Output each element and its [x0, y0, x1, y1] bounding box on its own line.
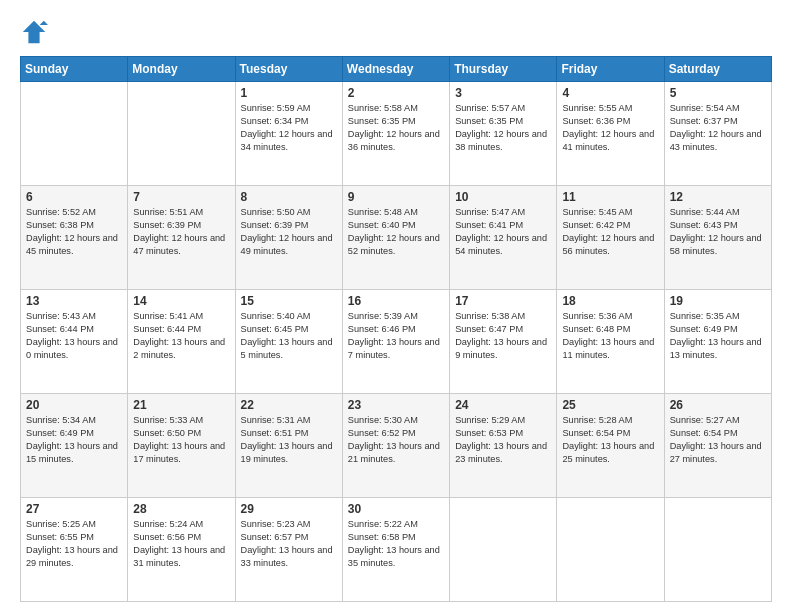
day-number: 7 — [133, 190, 229, 204]
day-info: Sunrise: 5:38 AM Sunset: 6:47 PM Dayligh… — [455, 310, 551, 362]
day-info: Sunrise: 5:43 AM Sunset: 6:44 PM Dayligh… — [26, 310, 122, 362]
day-info: Sunrise: 5:40 AM Sunset: 6:45 PM Dayligh… — [241, 310, 337, 362]
day-info: Sunrise: 5:50 AM Sunset: 6:39 PM Dayligh… — [241, 206, 337, 258]
day-number: 22 — [241, 398, 337, 412]
day-number: 15 — [241, 294, 337, 308]
day-number: 10 — [455, 190, 551, 204]
calendar-cell: 5Sunrise: 5:54 AM Sunset: 6:37 PM Daylig… — [664, 82, 771, 186]
calendar-header-row: SundayMondayTuesdayWednesdayThursdayFrid… — [21, 57, 772, 82]
day-info: Sunrise: 5:24 AM Sunset: 6:56 PM Dayligh… — [133, 518, 229, 570]
day-number: 4 — [562, 86, 658, 100]
calendar-cell: 15Sunrise: 5:40 AM Sunset: 6:45 PM Dayli… — [235, 290, 342, 394]
calendar-cell: 2Sunrise: 5:58 AM Sunset: 6:35 PM Daylig… — [342, 82, 449, 186]
day-info: Sunrise: 5:44 AM Sunset: 6:43 PM Dayligh… — [670, 206, 766, 258]
day-info: Sunrise: 5:52 AM Sunset: 6:38 PM Dayligh… — [26, 206, 122, 258]
day-info: Sunrise: 5:29 AM Sunset: 6:53 PM Dayligh… — [455, 414, 551, 466]
day-info: Sunrise: 5:54 AM Sunset: 6:37 PM Dayligh… — [670, 102, 766, 154]
calendar-cell: 28Sunrise: 5:24 AM Sunset: 6:56 PM Dayli… — [128, 498, 235, 602]
day-number: 19 — [670, 294, 766, 308]
day-info: Sunrise: 5:35 AM Sunset: 6:49 PM Dayligh… — [670, 310, 766, 362]
day-info: Sunrise: 5:22 AM Sunset: 6:58 PM Dayligh… — [348, 518, 444, 570]
day-header-sunday: Sunday — [21, 57, 128, 82]
calendar-cell — [450, 498, 557, 602]
calendar-cell: 4Sunrise: 5:55 AM Sunset: 6:36 PM Daylig… — [557, 82, 664, 186]
calendar-cell: 13Sunrise: 5:43 AM Sunset: 6:44 PM Dayli… — [21, 290, 128, 394]
calendar-cell: 17Sunrise: 5:38 AM Sunset: 6:47 PM Dayli… — [450, 290, 557, 394]
calendar-cell: 21Sunrise: 5:33 AM Sunset: 6:50 PM Dayli… — [128, 394, 235, 498]
day-info: Sunrise: 5:51 AM Sunset: 6:39 PM Dayligh… — [133, 206, 229, 258]
calendar-cell: 7Sunrise: 5:51 AM Sunset: 6:39 PM Daylig… — [128, 186, 235, 290]
day-number: 6 — [26, 190, 122, 204]
calendar-cell — [128, 82, 235, 186]
day-number: 2 — [348, 86, 444, 100]
day-info: Sunrise: 5:41 AM Sunset: 6:44 PM Dayligh… — [133, 310, 229, 362]
day-number: 30 — [348, 502, 444, 516]
day-info: Sunrise: 5:34 AM Sunset: 6:49 PM Dayligh… — [26, 414, 122, 466]
calendar-cell: 19Sunrise: 5:35 AM Sunset: 6:49 PM Dayli… — [664, 290, 771, 394]
day-number: 3 — [455, 86, 551, 100]
day-header-monday: Monday — [128, 57, 235, 82]
day-number: 26 — [670, 398, 766, 412]
calendar-cell: 6Sunrise: 5:52 AM Sunset: 6:38 PM Daylig… — [21, 186, 128, 290]
day-number: 27 — [26, 502, 122, 516]
calendar-cell: 3Sunrise: 5:57 AM Sunset: 6:35 PM Daylig… — [450, 82, 557, 186]
calendar-cell: 23Sunrise: 5:30 AM Sunset: 6:52 PM Dayli… — [342, 394, 449, 498]
calendar-cell: 14Sunrise: 5:41 AM Sunset: 6:44 PM Dayli… — [128, 290, 235, 394]
day-info: Sunrise: 5:48 AM Sunset: 6:40 PM Dayligh… — [348, 206, 444, 258]
day-number: 21 — [133, 398, 229, 412]
day-number: 9 — [348, 190, 444, 204]
calendar-cell: 25Sunrise: 5:28 AM Sunset: 6:54 PM Dayli… — [557, 394, 664, 498]
day-number: 17 — [455, 294, 551, 308]
day-number: 5 — [670, 86, 766, 100]
calendar-cell: 10Sunrise: 5:47 AM Sunset: 6:41 PM Dayli… — [450, 186, 557, 290]
calendar-cell: 22Sunrise: 5:31 AM Sunset: 6:51 PM Dayli… — [235, 394, 342, 498]
day-info: Sunrise: 5:58 AM Sunset: 6:35 PM Dayligh… — [348, 102, 444, 154]
day-number: 12 — [670, 190, 766, 204]
day-info: Sunrise: 5:28 AM Sunset: 6:54 PM Dayligh… — [562, 414, 658, 466]
calendar-table: SundayMondayTuesdayWednesdayThursdayFrid… — [20, 56, 772, 602]
week-row-3: 13Sunrise: 5:43 AM Sunset: 6:44 PM Dayli… — [21, 290, 772, 394]
day-number: 11 — [562, 190, 658, 204]
day-info: Sunrise: 5:23 AM Sunset: 6:57 PM Dayligh… — [241, 518, 337, 570]
calendar-cell: 30Sunrise: 5:22 AM Sunset: 6:58 PM Dayli… — [342, 498, 449, 602]
day-number: 28 — [133, 502, 229, 516]
day-info: Sunrise: 5:31 AM Sunset: 6:51 PM Dayligh… — [241, 414, 337, 466]
day-header-tuesday: Tuesday — [235, 57, 342, 82]
calendar-cell: 20Sunrise: 5:34 AM Sunset: 6:49 PM Dayli… — [21, 394, 128, 498]
calendar-cell: 27Sunrise: 5:25 AM Sunset: 6:55 PM Dayli… — [21, 498, 128, 602]
day-number: 1 — [241, 86, 337, 100]
day-header-saturday: Saturday — [664, 57, 771, 82]
day-number: 16 — [348, 294, 444, 308]
week-row-4: 20Sunrise: 5:34 AM Sunset: 6:49 PM Dayli… — [21, 394, 772, 498]
calendar-cell: 16Sunrise: 5:39 AM Sunset: 6:46 PM Dayli… — [342, 290, 449, 394]
day-header-friday: Friday — [557, 57, 664, 82]
calendar-cell: 8Sunrise: 5:50 AM Sunset: 6:39 PM Daylig… — [235, 186, 342, 290]
day-info: Sunrise: 5:47 AM Sunset: 6:41 PM Dayligh… — [455, 206, 551, 258]
day-header-thursday: Thursday — [450, 57, 557, 82]
day-number: 13 — [26, 294, 122, 308]
day-number: 14 — [133, 294, 229, 308]
logo — [20, 18, 52, 46]
day-info: Sunrise: 5:39 AM Sunset: 6:46 PM Dayligh… — [348, 310, 444, 362]
day-header-wednesday: Wednesday — [342, 57, 449, 82]
header — [20, 18, 772, 46]
day-number: 18 — [562, 294, 658, 308]
calendar-cell: 12Sunrise: 5:44 AM Sunset: 6:43 PM Dayli… — [664, 186, 771, 290]
calendar-cell: 9Sunrise: 5:48 AM Sunset: 6:40 PM Daylig… — [342, 186, 449, 290]
day-number: 20 — [26, 398, 122, 412]
week-row-2: 6Sunrise: 5:52 AM Sunset: 6:38 PM Daylig… — [21, 186, 772, 290]
calendar-cell: 26Sunrise: 5:27 AM Sunset: 6:54 PM Dayli… — [664, 394, 771, 498]
day-info: Sunrise: 5:57 AM Sunset: 6:35 PM Dayligh… — [455, 102, 551, 154]
day-info: Sunrise: 5:27 AM Sunset: 6:54 PM Dayligh… — [670, 414, 766, 466]
day-info: Sunrise: 5:55 AM Sunset: 6:36 PM Dayligh… — [562, 102, 658, 154]
page: SundayMondayTuesdayWednesdayThursdayFrid… — [0, 0, 792, 612]
day-info: Sunrise: 5:30 AM Sunset: 6:52 PM Dayligh… — [348, 414, 444, 466]
calendar-cell — [21, 82, 128, 186]
calendar-cell: 11Sunrise: 5:45 AM Sunset: 6:42 PM Dayli… — [557, 186, 664, 290]
calendar-cell: 18Sunrise: 5:36 AM Sunset: 6:48 PM Dayli… — [557, 290, 664, 394]
day-info: Sunrise: 5:36 AM Sunset: 6:48 PM Dayligh… — [562, 310, 658, 362]
calendar-cell: 29Sunrise: 5:23 AM Sunset: 6:57 PM Dayli… — [235, 498, 342, 602]
day-number: 23 — [348, 398, 444, 412]
calendar-cell: 24Sunrise: 5:29 AM Sunset: 6:53 PM Dayli… — [450, 394, 557, 498]
day-info: Sunrise: 5:45 AM Sunset: 6:42 PM Dayligh… — [562, 206, 658, 258]
